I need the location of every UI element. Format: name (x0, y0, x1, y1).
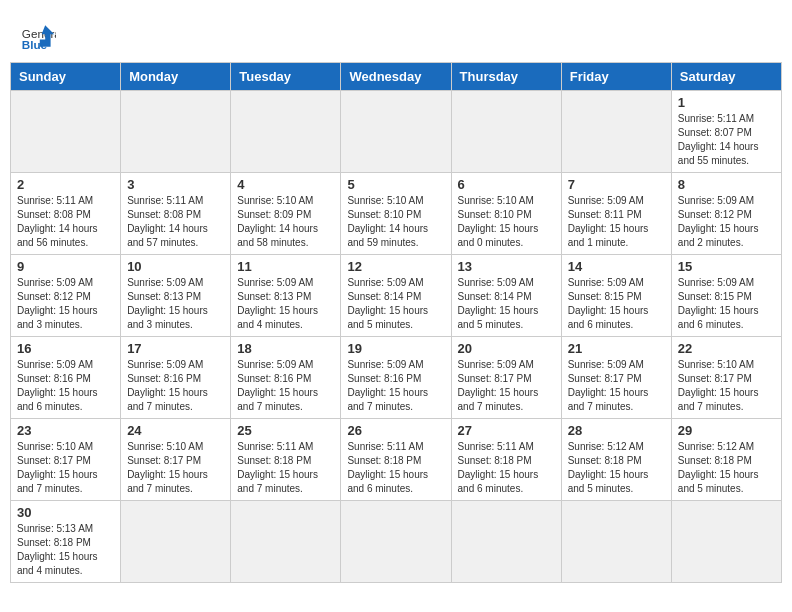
calendar-cell: 6Sunrise: 5:10 AM Sunset: 8:10 PM Daylig… (451, 173, 561, 255)
day-number: 30 (17, 505, 114, 520)
day-info: Sunrise: 5:09 AM Sunset: 8:16 PM Dayligh… (17, 358, 114, 414)
day-number: 28 (568, 423, 665, 438)
weekday-header-wednesday: Wednesday (341, 63, 451, 91)
day-number: 22 (678, 341, 775, 356)
calendar-cell: 19Sunrise: 5:09 AM Sunset: 8:16 PM Dayli… (341, 337, 451, 419)
day-info: Sunrise: 5:09 AM Sunset: 8:12 PM Dayligh… (678, 194, 775, 250)
calendar-cell: 18Sunrise: 5:09 AM Sunset: 8:16 PM Dayli… (231, 337, 341, 419)
day-info: Sunrise: 5:09 AM Sunset: 8:13 PM Dayligh… (237, 276, 334, 332)
calendar-cell: 21Sunrise: 5:09 AM Sunset: 8:17 PM Dayli… (561, 337, 671, 419)
calendar-cell: 28Sunrise: 5:12 AM Sunset: 8:18 PM Dayli… (561, 419, 671, 501)
day-info: Sunrise: 5:09 AM Sunset: 8:17 PM Dayligh… (568, 358, 665, 414)
calendar-week-2: 9Sunrise: 5:09 AM Sunset: 8:12 PM Daylig… (11, 255, 782, 337)
day-info: Sunrise: 5:09 AM Sunset: 8:11 PM Dayligh… (568, 194, 665, 250)
weekday-header-sunday: Sunday (11, 63, 121, 91)
calendar-cell (561, 91, 671, 173)
calendar-cell: 3Sunrise: 5:11 AM Sunset: 8:08 PM Daylig… (121, 173, 231, 255)
calendar-cell: 14Sunrise: 5:09 AM Sunset: 8:15 PM Dayli… (561, 255, 671, 337)
calendar-cell: 26Sunrise: 5:11 AM Sunset: 8:18 PM Dayli… (341, 419, 451, 501)
day-info: Sunrise: 5:11 AM Sunset: 8:18 PM Dayligh… (237, 440, 334, 496)
day-info: Sunrise: 5:09 AM Sunset: 8:14 PM Dayligh… (347, 276, 444, 332)
day-number: 15 (678, 259, 775, 274)
weekday-header-thursday: Thursday (451, 63, 561, 91)
day-number: 26 (347, 423, 444, 438)
day-number: 12 (347, 259, 444, 274)
calendar-week-0: 1Sunrise: 5:11 AM Sunset: 8:07 PM Daylig… (11, 91, 782, 173)
day-info: Sunrise: 5:10 AM Sunset: 8:10 PM Dayligh… (347, 194, 444, 250)
logo-icon: General Blue (20, 18, 56, 54)
calendar-cell: 4Sunrise: 5:10 AM Sunset: 8:09 PM Daylig… (231, 173, 341, 255)
calendar-cell (451, 501, 561, 583)
day-info: Sunrise: 5:11 AM Sunset: 8:08 PM Dayligh… (17, 194, 114, 250)
header: General Blue (10, 10, 782, 58)
day-number: 5 (347, 177, 444, 192)
day-info: Sunrise: 5:10 AM Sunset: 8:17 PM Dayligh… (127, 440, 224, 496)
day-info: Sunrise: 5:09 AM Sunset: 8:14 PM Dayligh… (458, 276, 555, 332)
calendar-cell: 23Sunrise: 5:10 AM Sunset: 8:17 PM Dayli… (11, 419, 121, 501)
day-info: Sunrise: 5:09 AM Sunset: 8:16 PM Dayligh… (347, 358, 444, 414)
calendar-cell: 1Sunrise: 5:11 AM Sunset: 8:07 PM Daylig… (671, 91, 781, 173)
day-number: 23 (17, 423, 114, 438)
calendar-cell: 29Sunrise: 5:12 AM Sunset: 8:18 PM Dayli… (671, 419, 781, 501)
day-info: Sunrise: 5:11 AM Sunset: 8:08 PM Dayligh… (127, 194, 224, 250)
day-number: 29 (678, 423, 775, 438)
calendar-week-1: 2Sunrise: 5:11 AM Sunset: 8:08 PM Daylig… (11, 173, 782, 255)
calendar-cell: 5Sunrise: 5:10 AM Sunset: 8:10 PM Daylig… (341, 173, 451, 255)
day-info: Sunrise: 5:09 AM Sunset: 8:13 PM Dayligh… (127, 276, 224, 332)
day-number: 6 (458, 177, 555, 192)
calendar-cell: 24Sunrise: 5:10 AM Sunset: 8:17 PM Dayli… (121, 419, 231, 501)
day-number: 9 (17, 259, 114, 274)
day-number: 11 (237, 259, 334, 274)
calendar-cell: 11Sunrise: 5:09 AM Sunset: 8:13 PM Dayli… (231, 255, 341, 337)
day-number: 13 (458, 259, 555, 274)
calendar-cell (231, 91, 341, 173)
calendar-cell: 30Sunrise: 5:13 AM Sunset: 8:18 PM Dayli… (11, 501, 121, 583)
calendar-cell: 8Sunrise: 5:09 AM Sunset: 8:12 PM Daylig… (671, 173, 781, 255)
calendar-cell: 22Sunrise: 5:10 AM Sunset: 8:17 PM Dayli… (671, 337, 781, 419)
day-info: Sunrise: 5:12 AM Sunset: 8:18 PM Dayligh… (568, 440, 665, 496)
day-info: Sunrise: 5:09 AM Sunset: 8:17 PM Dayligh… (458, 358, 555, 414)
weekday-header-saturday: Saturday (671, 63, 781, 91)
calendar-cell: 12Sunrise: 5:09 AM Sunset: 8:14 PM Dayli… (341, 255, 451, 337)
day-number: 10 (127, 259, 224, 274)
day-info: Sunrise: 5:11 AM Sunset: 8:18 PM Dayligh… (347, 440, 444, 496)
calendar-body: 1Sunrise: 5:11 AM Sunset: 8:07 PM Daylig… (11, 91, 782, 583)
day-number: 19 (347, 341, 444, 356)
calendar-cell: 13Sunrise: 5:09 AM Sunset: 8:14 PM Dayli… (451, 255, 561, 337)
calendar-cell (11, 91, 121, 173)
calendar-cell: 20Sunrise: 5:09 AM Sunset: 8:17 PM Dayli… (451, 337, 561, 419)
calendar: SundayMondayTuesdayWednesdayThursdayFrid… (10, 62, 782, 583)
calendar-cell: 17Sunrise: 5:09 AM Sunset: 8:16 PM Dayli… (121, 337, 231, 419)
day-info: Sunrise: 5:10 AM Sunset: 8:17 PM Dayligh… (17, 440, 114, 496)
calendar-week-4: 23Sunrise: 5:10 AM Sunset: 8:17 PM Dayli… (11, 419, 782, 501)
calendar-cell (341, 501, 451, 583)
day-info: Sunrise: 5:09 AM Sunset: 8:15 PM Dayligh… (568, 276, 665, 332)
day-info: Sunrise: 5:10 AM Sunset: 8:10 PM Dayligh… (458, 194, 555, 250)
calendar-cell: 16Sunrise: 5:09 AM Sunset: 8:16 PM Dayli… (11, 337, 121, 419)
day-number: 8 (678, 177, 775, 192)
calendar-cell (121, 501, 231, 583)
day-number: 18 (237, 341, 334, 356)
day-number: 16 (17, 341, 114, 356)
day-number: 24 (127, 423, 224, 438)
day-number: 3 (127, 177, 224, 192)
calendar-cell (671, 501, 781, 583)
day-number: 1 (678, 95, 775, 110)
calendar-cell: 25Sunrise: 5:11 AM Sunset: 8:18 PM Dayli… (231, 419, 341, 501)
calendar-cell (231, 501, 341, 583)
calendar-cell (561, 501, 671, 583)
day-info: Sunrise: 5:09 AM Sunset: 8:12 PM Dayligh… (17, 276, 114, 332)
day-info: Sunrise: 5:12 AM Sunset: 8:18 PM Dayligh… (678, 440, 775, 496)
weekday-header-monday: Monday (121, 63, 231, 91)
day-info: Sunrise: 5:10 AM Sunset: 8:09 PM Dayligh… (237, 194, 334, 250)
weekday-header-tuesday: Tuesday (231, 63, 341, 91)
calendar-header: SundayMondayTuesdayWednesdayThursdayFrid… (11, 63, 782, 91)
day-info: Sunrise: 5:11 AM Sunset: 8:18 PM Dayligh… (458, 440, 555, 496)
day-info: Sunrise: 5:09 AM Sunset: 8:16 PM Dayligh… (237, 358, 334, 414)
day-info: Sunrise: 5:10 AM Sunset: 8:17 PM Dayligh… (678, 358, 775, 414)
day-number: 20 (458, 341, 555, 356)
calendar-cell: 2Sunrise: 5:11 AM Sunset: 8:08 PM Daylig… (11, 173, 121, 255)
calendar-cell: 10Sunrise: 5:09 AM Sunset: 8:13 PM Dayli… (121, 255, 231, 337)
day-number: 2 (17, 177, 114, 192)
day-info: Sunrise: 5:11 AM Sunset: 8:07 PM Dayligh… (678, 112, 775, 168)
